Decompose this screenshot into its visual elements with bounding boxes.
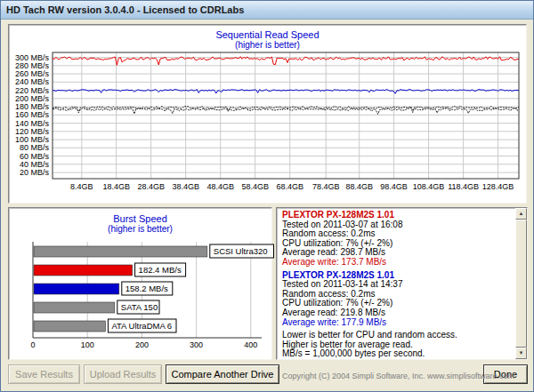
drive2-avg-read: Average read: 219.8 MB/s <box>282 308 511 318</box>
burst-speed-title: Burst Speed <box>9 213 271 224</box>
svg-text:68.4GB: 68.4GB <box>276 182 303 191</box>
sequential-read-plot: 300 MB/s280 MB/s260 MB/s240 MB/s220 MB/s… <box>10 50 525 201</box>
svg-text:128.4GB: 128.4GB <box>482 182 514 191</box>
burst-speed-plot: 0100200300400SCSI Ultra320182.4 MB/s158.… <box>10 238 271 354</box>
save-results-button[interactable]: Save Results <box>8 364 80 384</box>
drive1-name: PLEXTOR PX-128M2S 1.01 <box>282 211 511 220</box>
drive1-avg-write: Average write: 173.7 MB/s <box>282 258 511 268</box>
svg-text:20 MB/s: 20 MB/s <box>20 168 50 177</box>
svg-text:0: 0 <box>30 340 35 349</box>
svg-text:8.4GB: 8.4GB <box>70 182 93 191</box>
results-scrollbar[interactable]: ▲ ▼ <box>515 208 527 359</box>
svg-text:118.4GB: 118.4GB <box>448 182 479 191</box>
svg-text:300: 300 <box>190 340 203 349</box>
svg-text:48.4GB: 48.4GB <box>206 182 234 191</box>
svg-text:98.4GB: 98.4GB <box>380 182 408 191</box>
copyright-text: Copyright (C) 2004 Simpli Software, Inc.… <box>282 372 522 380</box>
svg-text:18.4GB: 18.4GB <box>102 182 130 191</box>
svg-text:88.4GB: 88.4GB <box>345 182 373 191</box>
title-bar[interactable]: HD Tach RW version 3.0.4.0 - Licensed to… <box>1 1 533 20</box>
app-window: HD Tach RW version 3.0.4.0 - Licensed to… <box>0 0 534 392</box>
scroll-down-icon[interactable]: ▼ <box>515 348 527 359</box>
sequential-read-subtitle: (higher is better) <box>9 40 526 50</box>
results-panel: PLEXTOR PX-128M2S 1.01 Tested on 2011-03… <box>276 207 528 360</box>
window-title: HD Tach RW version 3.0.4.0 - Licensed to… <box>6 4 244 15</box>
scroll-up-icon[interactable]: ▲ <box>515 208 527 220</box>
compare-another-drive-button[interactable]: Compare Another Drive <box>166 364 279 384</box>
svg-text:78.4GB: 78.4GB <box>312 182 340 191</box>
svg-text:ATA UltraDMA 6: ATA UltraDMA 6 <box>111 321 172 331</box>
svg-text:58.4GB: 58.4GB <box>241 182 269 191</box>
svg-text:400: 400 <box>244 340 257 349</box>
drive2-avg-write: Average write: 177.9 MB/s <box>282 318 511 328</box>
svg-text:SCSI Ultra320: SCSI Ultra320 <box>214 246 268 256</box>
note-mbs-definition: MB/s = 1,000,000 bytes per second. <box>282 349 511 359</box>
burst-speed-panel: Burst Speed (higher is better) 010020030… <box>8 207 272 360</box>
svg-text:158.2 MB/s: 158.2 MB/s <box>125 284 168 293</box>
sequential-read-panel: Sequential Read Speed (higher is better)… <box>8 24 527 204</box>
svg-text:108.4GB: 108.4GB <box>413 182 445 191</box>
svg-text:28.4GB: 28.4GB <box>137 182 165 191</box>
svg-text:100: 100 <box>81 340 94 349</box>
svg-text:200: 200 <box>135 340 149 349</box>
scrollbar-thumb[interactable] <box>515 220 527 348</box>
burst-speed-subtitle: (higher is better) <box>9 224 271 234</box>
svg-text:182.4 MB/s: 182.4 MB/s <box>139 265 182 275</box>
sequential-read-title: Sequential Read Speed <box>9 29 526 40</box>
upload-results-button[interactable]: Upload Results <box>84 364 162 384</box>
results-text: PLEXTOR PX-128M2S 1.01 Tested on 2011-03… <box>277 208 514 359</box>
svg-text:SATA 150: SATA 150 <box>121 302 158 312</box>
svg-text:38.4GB: 38.4GB <box>172 182 199 191</box>
